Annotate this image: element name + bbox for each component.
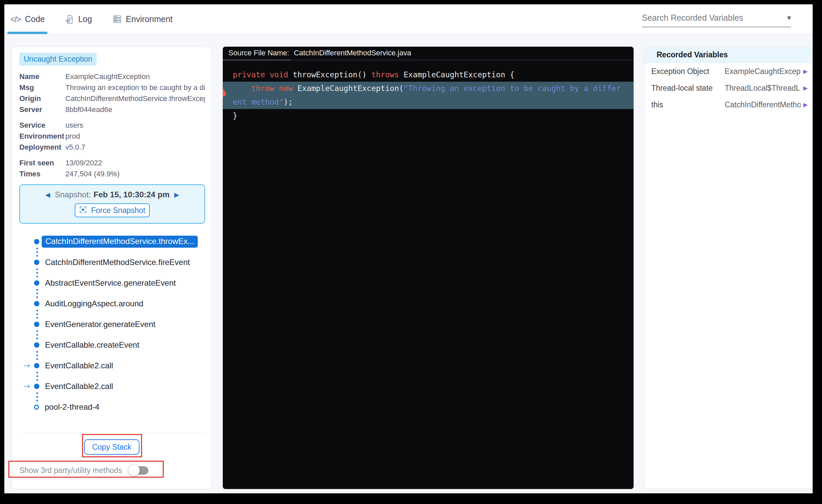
expand-variable-icon[interactable]: ▶ — [803, 85, 808, 91]
toggle-label: Show 3rd party/utility methods — [19, 466, 122, 475]
thread-dot-icon — [34, 405, 39, 410]
detail-value: v5.0.7 — [65, 143, 205, 152]
stack-frame-dot-icon — [34, 322, 39, 327]
detail-row-msg: Msg Throwing an exception to be caught b… — [19, 82, 205, 93]
stack-connector — [36, 288, 38, 299]
code-line-2b: ent method"); — [223, 95, 634, 109]
stack-frame[interactable]: AbstractEventService.generateEvent — [12, 278, 212, 288]
stack-connector — [36, 308, 38, 320]
source-file-header: Source File Name: CatchInDifferentMethod… — [223, 47, 634, 59]
stack-frame-label: EventCallable2.call — [45, 361, 113, 370]
code-editor[interactable]: private void throwException() throws Exa… — [223, 61, 634, 123]
detail-label: Msg — [19, 83, 65, 92]
stack-frame-dot-icon — [34, 260, 39, 265]
variable-name: Exception Object — [651, 67, 725, 76]
stack-connector — [36, 267, 38, 278]
stack-frame-label: CatchInDifferentMethodService.fireEvent — [45, 258, 190, 267]
stack-frame[interactable]: CatchInDifferentMethodService.fireEvent — [12, 258, 212, 267]
variable-name: this — [651, 100, 725, 109]
stack-frame[interactable]: → EventCallable2.call — [12, 382, 212, 391]
expand-variable-icon[interactable]: ▶ — [803, 101, 808, 108]
exception-type-badge: Uncaught Exception — [19, 53, 97, 66]
stack-frame-dot-icon — [34, 239, 39, 244]
log-document-icon — [65, 15, 74, 24]
detail-value: CatchInDifferentMethodService.throwExcep — [65, 94, 205, 103]
stack-frame-dot-icon — [34, 342, 39, 348]
expand-variable-icon[interactable]: ▶ — [803, 68, 808, 75]
variable-row[interactable]: Exception Object ExampleCaughtExcept... … — [645, 63, 812, 80]
third-party-toggle[interactable] — [129, 466, 148, 475]
tab-environment-label: Environment — [126, 14, 172, 24]
detail-value: 247,504 (49.9%) — [65, 170, 205, 178]
tab-log[interactable]: Log — [65, 14, 92, 24]
detail-label: Deployment — [19, 143, 65, 152]
stack-frame[interactable]: EventCallable.createEvent — [12, 340, 212, 350]
detail-label: Times — [19, 170, 65, 178]
variable-row[interactable]: this CatchInDifferentMetho... ▶ — [645, 96, 812, 113]
stack-connector — [36, 370, 38, 382]
environment-servers-icon — [113, 15, 122, 24]
stack-frame[interactable]: AuditLoggingAspect.around — [12, 299, 212, 308]
stack-frame-label-selected: CatchInDifferentMethodService.throwEx... — [42, 236, 198, 248]
force-snapshot-button[interactable]: Force Snapshot — [75, 203, 150, 217]
snapshot-box: ◀ Snapshot: Feb 15, 10:30:24 pm ▶ Force … — [19, 184, 205, 224]
detail-row-deployment: Deployment v5.0.7 — [19, 142, 205, 153]
chevron-down-icon: ▼ — [787, 15, 791, 21]
detail-row-origin: Origin CatchInDifferentMethodService.thr… — [19, 93, 205, 104]
third-party-toggle-row: Show 3rd party/utility methods — [19, 464, 148, 477]
force-snapshot-label: Force Snapshot — [91, 206, 145, 215]
stack-frame-label: AuditLoggingAspect.around — [45, 299, 143, 308]
detail-value: ExampleCaughtException — [65, 72, 205, 81]
detail-value: Throwing an exception to be caught by a … — [65, 83, 205, 92]
stack-frame-dot-icon — [34, 363, 39, 368]
stack-frame-dot-icon — [34, 301, 39, 306]
detail-label: Origin — [19, 94, 65, 103]
stack-connector — [36, 391, 38, 402]
variable-value: CatchInDifferentMetho... — [725, 100, 801, 109]
stack-frame-label: pool-2-thread-4 — [45, 402, 99, 412]
recorded-variables-header: Recorded Variables — [645, 47, 812, 63]
stack-frame[interactable]: → EventCallable2.call — [12, 361, 212, 370]
detail-label: Service — [19, 121, 65, 130]
recorded-variables-title: Recorded Variables — [657, 50, 728, 59]
variable-value: ExampleCaughtExcept... — [725, 67, 801, 76]
stack-frame-dot-icon — [34, 280, 39, 286]
code-header-divider — [223, 59, 634, 61]
snapshot-timestamp: Feb 15, 10:30:24 pm — [93, 190, 169, 199]
active-tab-underline — [7, 32, 47, 34]
recorded-variables-panel: Recorded Variables Exception Object Exam… — [644, 47, 812, 489]
tab-log-label: Log — [78, 14, 92, 24]
toggle-thumb — [128, 465, 140, 476]
stack-frame-label: EventCallable2.call — [45, 382, 113, 391]
detail-row-name: Name ExampleCaughtException — [19, 71, 205, 82]
stack-frame-dot-icon — [34, 384, 39, 389]
detail-label: Name — [19, 72, 65, 81]
stack-connector — [36, 246, 38, 258]
code-icon: </> — [10, 15, 21, 24]
source-code-panel: Source File Name: CatchInDifferentMethod… — [223, 47, 634, 489]
stack-frame-thread[interactable]: pool-2-thread-4 — [12, 402, 212, 412]
copy-stack-button[interactable]: Copy Stack — [84, 439, 139, 455]
code-line-3: } — [223, 109, 634, 123]
variable-value: ThreadLocal$ThreadL... — [725, 84, 801, 93]
stack-frame[interactable]: EventGenerator.generateEvent — [12, 320, 212, 329]
snapshot-focus-icon — [79, 206, 87, 215]
detail-value: users — [65, 121, 205, 130]
detail-row-environment: Environment prod — [19, 131, 205, 142]
divider — [19, 433, 206, 433]
detail-label: Server — [19, 105, 65, 114]
search-recorded-variables-select[interactable]: Search Recorded Variables ▼ — [642, 13, 791, 27]
next-snapshot-button[interactable]: ▶ — [174, 191, 179, 198]
code-line-2a: throw new ExampleCaughtException("Throwi… — [223, 82, 634, 95]
tab-environment[interactable]: Environment — [113, 14, 172, 24]
stack-frame[interactable]: CatchInDifferentMethodService.throwEx... — [12, 237, 212, 246]
detail-value: prod — [65, 132, 205, 141]
stack-frame-label: EventGenerator.generateEvent — [45, 320, 155, 329]
stack-connector — [36, 329, 38, 340]
variable-row[interactable]: Thread-local state ThreadLocal$ThreadL..… — [645, 80, 812, 96]
current-frame-arrow-icon: → — [23, 361, 31, 370]
detail-value: 13/09/2022 — [65, 159, 205, 167]
previous-snapshot-button[interactable]: ◀ — [45, 191, 50, 198]
tab-code[interactable]: </> Code — [10, 14, 45, 24]
snapshot-label: Snapshot: — [55, 190, 91, 199]
